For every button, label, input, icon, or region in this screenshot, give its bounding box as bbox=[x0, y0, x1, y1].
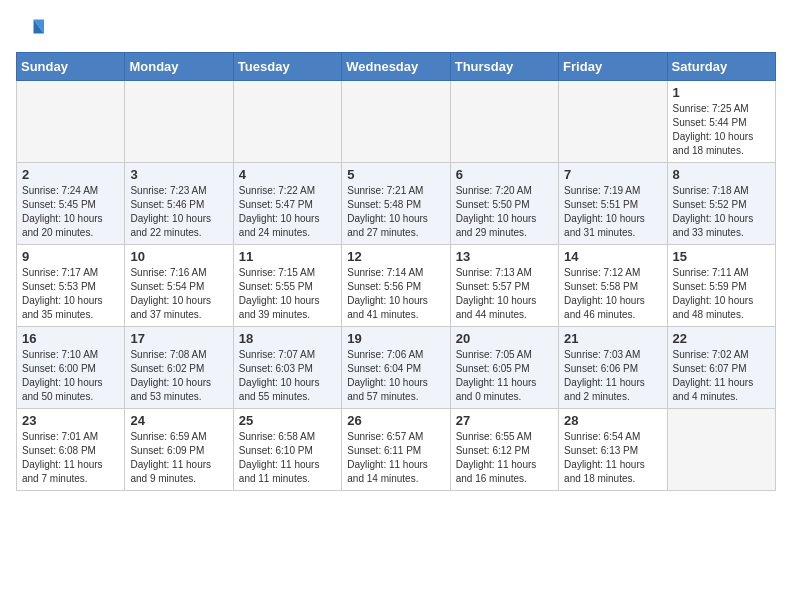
day-number: 1 bbox=[673, 85, 770, 100]
calendar-cell: 5Sunrise: 7:21 AM Sunset: 5:48 PM Daylig… bbox=[342, 163, 450, 245]
day-info: Sunrise: 7:03 AM Sunset: 6:06 PM Dayligh… bbox=[564, 348, 661, 404]
week-row-1: 1Sunrise: 7:25 AM Sunset: 5:44 PM Daylig… bbox=[17, 81, 776, 163]
day-number: 11 bbox=[239, 249, 336, 264]
day-number: 3 bbox=[130, 167, 227, 182]
day-info: Sunrise: 6:58 AM Sunset: 6:10 PM Dayligh… bbox=[239, 430, 336, 486]
weekday-header-tuesday: Tuesday bbox=[233, 53, 341, 81]
day-info: Sunrise: 7:02 AM Sunset: 6:07 PM Dayligh… bbox=[673, 348, 770, 404]
calendar-cell: 24Sunrise: 6:59 AM Sunset: 6:09 PM Dayli… bbox=[125, 409, 233, 491]
day-info: Sunrise: 6:57 AM Sunset: 6:11 PM Dayligh… bbox=[347, 430, 444, 486]
calendar-cell: 14Sunrise: 7:12 AM Sunset: 5:58 PM Dayli… bbox=[559, 245, 667, 327]
day-number: 8 bbox=[673, 167, 770, 182]
day-info: Sunrise: 7:14 AM Sunset: 5:56 PM Dayligh… bbox=[347, 266, 444, 322]
day-number: 17 bbox=[130, 331, 227, 346]
calendar-cell: 9Sunrise: 7:17 AM Sunset: 5:53 PM Daylig… bbox=[17, 245, 125, 327]
calendar-cell bbox=[233, 81, 341, 163]
weekday-header-thursday: Thursday bbox=[450, 53, 558, 81]
day-info: Sunrise: 7:18 AM Sunset: 5:52 PM Dayligh… bbox=[673, 184, 770, 240]
day-info: Sunrise: 6:55 AM Sunset: 6:12 PM Dayligh… bbox=[456, 430, 553, 486]
day-info: Sunrise: 7:06 AM Sunset: 6:04 PM Dayligh… bbox=[347, 348, 444, 404]
calendar-cell: 17Sunrise: 7:08 AM Sunset: 6:02 PM Dayli… bbox=[125, 327, 233, 409]
day-info: Sunrise: 7:21 AM Sunset: 5:48 PM Dayligh… bbox=[347, 184, 444, 240]
day-number: 9 bbox=[22, 249, 119, 264]
calendar-cell: 15Sunrise: 7:11 AM Sunset: 5:59 PM Dayli… bbox=[667, 245, 775, 327]
calendar-cell bbox=[667, 409, 775, 491]
day-number: 2 bbox=[22, 167, 119, 182]
day-info: Sunrise: 7:13 AM Sunset: 5:57 PM Dayligh… bbox=[456, 266, 553, 322]
day-info: Sunrise: 7:16 AM Sunset: 5:54 PM Dayligh… bbox=[130, 266, 227, 322]
day-info: Sunrise: 7:08 AM Sunset: 6:02 PM Dayligh… bbox=[130, 348, 227, 404]
day-number: 21 bbox=[564, 331, 661, 346]
day-number: 4 bbox=[239, 167, 336, 182]
calendar-cell: 23Sunrise: 7:01 AM Sunset: 6:08 PM Dayli… bbox=[17, 409, 125, 491]
calendar-cell: 19Sunrise: 7:06 AM Sunset: 6:04 PM Dayli… bbox=[342, 327, 450, 409]
day-number: 13 bbox=[456, 249, 553, 264]
calendar-cell: 20Sunrise: 7:05 AM Sunset: 6:05 PM Dayli… bbox=[450, 327, 558, 409]
week-row-3: 9Sunrise: 7:17 AM Sunset: 5:53 PM Daylig… bbox=[17, 245, 776, 327]
day-number: 5 bbox=[347, 167, 444, 182]
calendar-table: SundayMondayTuesdayWednesdayThursdayFrid… bbox=[16, 52, 776, 491]
day-info: Sunrise: 7:22 AM Sunset: 5:47 PM Dayligh… bbox=[239, 184, 336, 240]
day-number: 18 bbox=[239, 331, 336, 346]
day-info: Sunrise: 7:12 AM Sunset: 5:58 PM Dayligh… bbox=[564, 266, 661, 322]
calendar-cell: 18Sunrise: 7:07 AM Sunset: 6:03 PM Dayli… bbox=[233, 327, 341, 409]
calendar-cell: 1Sunrise: 7:25 AM Sunset: 5:44 PM Daylig… bbox=[667, 81, 775, 163]
calendar-cell: 16Sunrise: 7:10 AM Sunset: 6:00 PM Dayli… bbox=[17, 327, 125, 409]
day-info: Sunrise: 6:54 AM Sunset: 6:13 PM Dayligh… bbox=[564, 430, 661, 486]
day-info: Sunrise: 7:19 AM Sunset: 5:51 PM Dayligh… bbox=[564, 184, 661, 240]
week-row-2: 2Sunrise: 7:24 AM Sunset: 5:45 PM Daylig… bbox=[17, 163, 776, 245]
weekday-header-sunday: Sunday bbox=[17, 53, 125, 81]
weekday-header-monday: Monday bbox=[125, 53, 233, 81]
day-number: 16 bbox=[22, 331, 119, 346]
weekday-header-wednesday: Wednesday bbox=[342, 53, 450, 81]
calendar-cell: 25Sunrise: 6:58 AM Sunset: 6:10 PM Dayli… bbox=[233, 409, 341, 491]
calendar-cell: 2Sunrise: 7:24 AM Sunset: 5:45 PM Daylig… bbox=[17, 163, 125, 245]
day-number: 25 bbox=[239, 413, 336, 428]
weekday-header-saturday: Saturday bbox=[667, 53, 775, 81]
day-number: 6 bbox=[456, 167, 553, 182]
calendar-cell: 7Sunrise: 7:19 AM Sunset: 5:51 PM Daylig… bbox=[559, 163, 667, 245]
calendar-cell: 3Sunrise: 7:23 AM Sunset: 5:46 PM Daylig… bbox=[125, 163, 233, 245]
logo-icon bbox=[16, 16, 44, 44]
day-info: Sunrise: 7:11 AM Sunset: 5:59 PM Dayligh… bbox=[673, 266, 770, 322]
weekday-header-row: SundayMondayTuesdayWednesdayThursdayFrid… bbox=[17, 53, 776, 81]
calendar-cell: 6Sunrise: 7:20 AM Sunset: 5:50 PM Daylig… bbox=[450, 163, 558, 245]
calendar-cell: 10Sunrise: 7:16 AM Sunset: 5:54 PM Dayli… bbox=[125, 245, 233, 327]
calendar-cell: 27Sunrise: 6:55 AM Sunset: 6:12 PM Dayli… bbox=[450, 409, 558, 491]
day-info: Sunrise: 7:17 AM Sunset: 5:53 PM Dayligh… bbox=[22, 266, 119, 322]
day-number: 7 bbox=[564, 167, 661, 182]
calendar-cell bbox=[17, 81, 125, 163]
calendar-cell bbox=[342, 81, 450, 163]
day-number: 27 bbox=[456, 413, 553, 428]
day-info: Sunrise: 7:15 AM Sunset: 5:55 PM Dayligh… bbox=[239, 266, 336, 322]
calendar-cell: 11Sunrise: 7:15 AM Sunset: 5:55 PM Dayli… bbox=[233, 245, 341, 327]
week-row-5: 23Sunrise: 7:01 AM Sunset: 6:08 PM Dayli… bbox=[17, 409, 776, 491]
day-info: Sunrise: 7:23 AM Sunset: 5:46 PM Dayligh… bbox=[130, 184, 227, 240]
day-info: Sunrise: 7:01 AM Sunset: 6:08 PM Dayligh… bbox=[22, 430, 119, 486]
day-number: 10 bbox=[130, 249, 227, 264]
day-info: Sunrise: 7:25 AM Sunset: 5:44 PM Dayligh… bbox=[673, 102, 770, 158]
logo bbox=[16, 16, 48, 44]
calendar-cell: 4Sunrise: 7:22 AM Sunset: 5:47 PM Daylig… bbox=[233, 163, 341, 245]
calendar-cell: 21Sunrise: 7:03 AM Sunset: 6:06 PM Dayli… bbox=[559, 327, 667, 409]
day-number: 12 bbox=[347, 249, 444, 264]
day-info: Sunrise: 7:05 AM Sunset: 6:05 PM Dayligh… bbox=[456, 348, 553, 404]
day-info: Sunrise: 6:59 AM Sunset: 6:09 PM Dayligh… bbox=[130, 430, 227, 486]
day-number: 22 bbox=[673, 331, 770, 346]
day-number: 19 bbox=[347, 331, 444, 346]
calendar-cell: 13Sunrise: 7:13 AM Sunset: 5:57 PM Dayli… bbox=[450, 245, 558, 327]
weekday-header-friday: Friday bbox=[559, 53, 667, 81]
day-number: 15 bbox=[673, 249, 770, 264]
header bbox=[16, 16, 776, 44]
week-row-4: 16Sunrise: 7:10 AM Sunset: 6:00 PM Dayli… bbox=[17, 327, 776, 409]
day-number: 24 bbox=[130, 413, 227, 428]
calendar-cell bbox=[125, 81, 233, 163]
calendar-cell: 12Sunrise: 7:14 AM Sunset: 5:56 PM Dayli… bbox=[342, 245, 450, 327]
day-number: 14 bbox=[564, 249, 661, 264]
calendar-cell: 22Sunrise: 7:02 AM Sunset: 6:07 PM Dayli… bbox=[667, 327, 775, 409]
calendar-cell bbox=[559, 81, 667, 163]
day-number: 26 bbox=[347, 413, 444, 428]
calendar-cell: 26Sunrise: 6:57 AM Sunset: 6:11 PM Dayli… bbox=[342, 409, 450, 491]
day-info: Sunrise: 7:10 AM Sunset: 6:00 PM Dayligh… bbox=[22, 348, 119, 404]
day-number: 23 bbox=[22, 413, 119, 428]
